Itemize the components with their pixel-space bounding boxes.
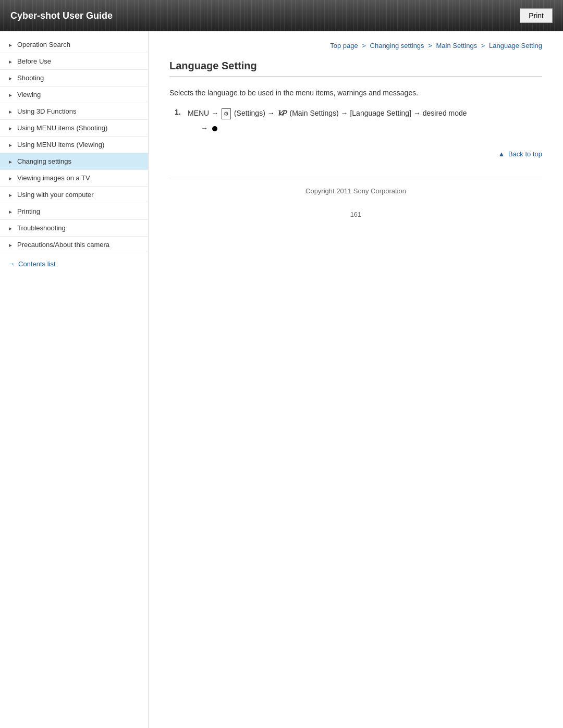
sidebar-item-changing-settings[interactable]: ► Changing settings (0, 153, 148, 170)
breadcrumb-sep: > (481, 42, 487, 50)
sidebar-item-precautions[interactable]: ► Precautions/About this camera (0, 237, 148, 253)
arrow-right-icon: → (8, 260, 15, 268)
sidebar-item-label: Shooting (17, 74, 44, 82)
breadcrumb-main-settings[interactable]: Main Settings (436, 42, 477, 50)
dot-icon (212, 126, 217, 131)
sidebar-item-label: Precautions/About this camera (17, 241, 109, 249)
sidebar-item-label: Before Use (17, 57, 51, 65)
arrow-icon: ► (8, 109, 13, 114)
contents-list-label: Contents list (18, 260, 56, 268)
step-list: 1. MENU → ⚙ (Settings) → 𝓴𝓟 (Main Settin… (175, 106, 542, 134)
arrow-icon: ► (8, 76, 13, 81)
sidebar-item-printing[interactable]: ► Printing (0, 203, 148, 220)
up-arrow-icon: ▲ (498, 150, 505, 158)
sidebar-item-label: Viewing (17, 91, 41, 98)
sidebar-item-viewing[interactable]: ► Viewing (0, 87, 148, 103)
footer: Copyright 2011 Sony Corporation (169, 179, 542, 203)
settings-icon: ⚙ (222, 108, 231, 119)
arrow-icon: ► (8, 92, 13, 97)
sidebar-item-label: Printing (17, 207, 40, 215)
breadcrumb-language-setting[interactable]: Language Setting (489, 42, 542, 50)
arrow-icon: → (267, 109, 275, 117)
arrow-icon: ► (8, 176, 13, 181)
content-area: Top page > Changing settings > Main Sett… (149, 31, 563, 728)
sidebar-item-label: Using MENU items (Viewing) (17, 141, 104, 149)
contents-list-link[interactable]: → Contents list (0, 253, 148, 274)
sidebar-item-label: Operation Search (17, 41, 70, 48)
breadcrumb: Top page > Changing settings > Main Sett… (169, 42, 542, 50)
page-number: 161 (169, 203, 542, 226)
sidebar-item-shooting[interactable]: ► Shooting (0, 70, 148, 87)
sidebar-item-label: Viewing images on a TV (17, 174, 90, 182)
back-to-top: ▲ Back to top (169, 150, 542, 158)
sidebar-item-menu-viewing[interactable]: ► Using MENU items (Viewing) (0, 137, 148, 153)
sidebar-item-operation-search[interactable]: ► Operation Search (0, 36, 148, 53)
sidebar-item-label: Changing settings (17, 157, 71, 165)
back-to-top-label: Back to top (508, 150, 542, 158)
sidebar-item-3d[interactable]: ► Using 3D Functions (0, 103, 148, 120)
sidebar-item-troubleshooting[interactable]: ► Troubleshooting (0, 220, 148, 237)
arrow-icon: → (211, 109, 218, 117)
copyright: Copyright 2011 Sony Corporation (305, 187, 406, 195)
step-continuation: → (201, 122, 467, 134)
arrow-icon: ► (8, 126, 13, 131)
sidebar-item-before-use[interactable]: ► Before Use (0, 53, 148, 70)
step-1: 1. MENU → ⚙ (Settings) → 𝓴𝓟 (Main Settin… (175, 106, 542, 134)
arrow-icon: ► (8, 42, 13, 47)
sidebar-item-computer[interactable]: ► Using with your computer (0, 187, 148, 203)
main-settings-icon: 𝓴𝓟 (278, 108, 287, 117)
sidebar-item-label: Using 3D Functions (17, 107, 76, 115)
arrow-icon: ► (8, 59, 13, 64)
sidebar: ► Operation Search ► Before Use ► Shooti… (0, 31, 149, 728)
arrow-icon: ► (8, 142, 13, 147)
content-body: Selects the language to be used in the m… (169, 87, 542, 134)
arrow-icon: ► (8, 159, 13, 164)
page-title: Language Setting (169, 60, 542, 77)
arrow-icon: ► (8, 209, 13, 214)
sidebar-item-menu-shooting[interactable]: ► Using MENU items (Shooting) (0, 120, 148, 137)
app-title: Cyber-shot User Guide (10, 10, 113, 21)
print-button[interactable]: Print (520, 8, 553, 23)
arrow-icon: → (341, 109, 348, 117)
description: Selects the language to be used in the m… (169, 87, 542, 98)
header: Cyber-shot User Guide Print (0, 0, 563, 31)
arrow-icon: → (201, 124, 208, 132)
breadcrumb-changing-settings[interactable]: Changing settings (370, 42, 424, 50)
sidebar-item-label: Troubleshooting (17, 224, 66, 232)
arrow-icon: ► (8, 226, 13, 231)
breadcrumb-sep: > (362, 42, 368, 50)
breadcrumb-sep: > (428, 42, 434, 50)
main-container: ► Operation Search ► Before Use ► Shooti… (0, 31, 563, 728)
arrow-icon: ► (8, 242, 13, 248)
back-to-top-link[interactable]: ▲ Back to top (498, 150, 542, 158)
sidebar-item-viewing-tv[interactable]: ► Viewing images on a TV (0, 170, 148, 187)
arrow-icon: ► (8, 192, 13, 198)
step-content: MENU → ⚙ (Settings) → 𝓴𝓟 (Main Settings)… (188, 106, 467, 134)
arrow-icon: → (413, 109, 421, 117)
sidebar-item-label: Using with your computer (17, 191, 94, 199)
breadcrumb-top[interactable]: Top page (330, 42, 358, 50)
sidebar-item-label: Using MENU items (Shooting) (17, 124, 107, 132)
step-text: MENU → ⚙ (Settings) → 𝓴𝓟 (Main Settings)… (188, 109, 467, 117)
step-number: 1. (175, 106, 185, 118)
